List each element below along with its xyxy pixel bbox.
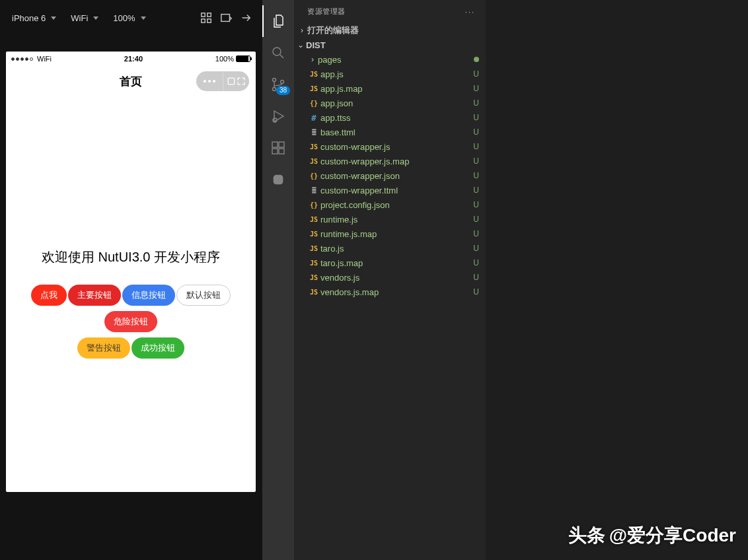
ellipsis-icon [204,80,215,83]
open-editors-section[interactable]: 打开的编辑器 [294,23,486,38]
rounded-square-icon [271,172,285,187]
tree-file[interactable]: JSruntime.js.mapU [294,227,486,241]
tree-file[interactable]: JStaro.js.mapU [294,256,486,270]
json-icon: {} [307,201,320,209]
tree-file[interactable]: ≣base.ttmlU [294,125,486,139]
svg-rect-0 [202,13,205,17]
json-icon: {} [307,100,320,107]
network-select[interactable]: WiFi [65,11,104,26]
demo-button-1[interactable]: 主要按钮 [68,285,121,306]
scale-label: 100% [113,13,135,23]
capsule-menu-button[interactable] [196,71,223,91]
git-status: U [473,113,479,122]
demo-button-2[interactable]: 信息按钮 [122,285,175,306]
activity-explorer[interactable] [262,5,294,37]
js-icon: JS [307,260,320,267]
ttml-icon: ≣ [307,186,320,195]
activity-other[interactable] [262,164,294,195]
activity-search[interactable] [262,37,294,69]
git-status: U [473,186,479,195]
activity-scm[interactable]: 38 [262,69,294,100]
demo-button-5[interactable]: 警告按钮 [77,337,130,359]
forward-icon[interactable] [240,12,252,24]
signal-dots-icon [11,57,33,61]
git-status: U [473,69,479,79]
git-status: U [473,98,479,108]
file-label: custom-wrapper.ttml [320,186,473,195]
device-select[interactable]: iPhone 6 [7,11,61,26]
git-status-dot [474,57,479,62]
demo-button-4[interactable]: 危险按钮 [104,311,157,332]
page-body: 欢迎使用 NutUI3.0 开发小程序 点我主要按钮信息按钮默认按钮危险按钮警告… [6,96,256,361]
vscode: 38 资源管理器 ··· 打开的编辑器 DIST pagesJSapp.j [262,0,748,560]
explorer-title: 资源管理器 [307,7,346,17]
tree-file[interactable]: JStaro.jsU [294,241,486,256]
file-label: vendors.js.map [320,287,473,297]
tree-file[interactable]: JSruntime.jsU [294,212,486,227]
explorer-panel: 资源管理器 ··· 打开的编辑器 DIST pagesJSapp.jsUJSap… [294,0,486,560]
tree-file[interactable]: JSapp.jsU [294,67,486,81]
battery-label: 100% [215,55,234,63]
activity-extensions[interactable] [262,132,294,164]
tree-file[interactable]: JSvendors.jsU [294,270,486,285]
simulator-panel: iPhone 6 WiFi 100% WiFi 21:40 100% 首页 [0,0,262,560]
file-label: vendors.js [320,273,473,283]
demo-button-3[interactable]: 默认按钮 [176,285,231,306]
carrier-label: WiFi [37,55,52,63]
git-status: U [473,84,479,93]
status-bar: WiFi 21:40 100% [6,52,256,66]
file-label: custom-wrapper.json [320,171,473,181]
hash-icon: # [307,113,320,123]
svg-point-9 [281,81,284,84]
battery-icon [236,55,250,62]
git-status: U [473,258,479,267]
file-label: app.json [320,98,473,108]
activity-bar: 38 [262,0,294,560]
git-status: U [473,273,479,282]
file-label: project.config.json [320,200,473,210]
svg-rect-2 [202,19,205,22]
js-icon: JS [307,289,320,296]
js-icon: JS [307,85,320,92]
scale-select[interactable]: 100% [108,11,151,26]
phone-frame: WiFi 21:40 100% 首页 欢迎使用 NutUI3.0 开发小程序 点… [6,52,256,492]
capsule-close-button[interactable] [223,71,250,91]
root-folder[interactable]: DIST [294,38,486,52]
file-label: taro.js [320,244,473,254]
play-icon [270,108,286,124]
tree-file[interactable]: {}app.jsonU [294,96,486,110]
welcome-text: 欢迎使用 NutUI3.0 开发小程序 [6,248,256,266]
file-label: pages [318,55,474,65]
tree-file[interactable]: JSapp.js.mapU [294,81,486,96]
json-icon: {} [307,172,320,180]
tree-file[interactable]: {}custom-wrapper.jsonU [294,168,486,183]
demo-button-0[interactable]: 点我 [31,285,67,306]
js-icon: JS [307,216,320,223]
tree-file[interactable]: JScustom-wrapper.js.mapU [294,154,486,168]
open-editors-label: 打开的编辑器 [307,24,479,36]
svg-rect-4 [221,15,230,22]
activity-debug[interactable] [262,100,294,132]
tree-file[interactable]: #app.ttssU [294,110,486,125]
grid-icon[interactable] [200,12,212,24]
svg-rect-11 [272,142,278,147]
watermark-handle: @爱分享Coder [609,523,736,548]
svg-rect-1 [207,13,211,17]
tree-file[interactable]: ≣custom-wrapper.ttmlU [294,183,486,197]
more-icon[interactable]: ··· [465,8,475,16]
git-status: U [473,200,479,209]
demo-button-6[interactable]: 成功按钮 [131,337,184,359]
watermark-prefix: 头条 [568,523,605,548]
svg-rect-15 [274,175,283,185]
editor-area [486,0,748,560]
tree-folder[interactable]: pages [294,52,486,67]
js-icon: JS [307,274,320,281]
tree-file[interactable]: JScustom-wrapper.jsU [294,139,486,154]
file-tree: 打开的编辑器 DIST pagesJSapp.jsUJSapp.js.mapU{… [294,23,486,560]
svg-rect-13 [272,149,278,154]
snapshot-icon[interactable] [220,12,232,24]
page-title: 首页 [120,74,142,89]
js-icon: JS [307,230,320,238]
tree-file[interactable]: {}project.config.jsonU [294,197,486,212]
tree-file[interactable]: JSvendors.js.mapU [294,285,486,299]
